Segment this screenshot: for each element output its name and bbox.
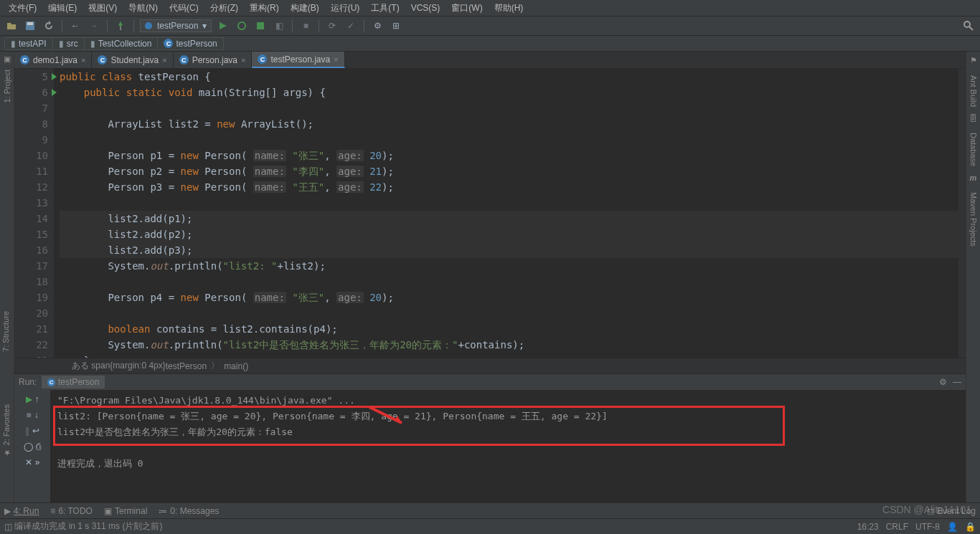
inspector-icon[interactable]: 👤	[947, 522, 958, 532]
menu-edit[interactable]: 编辑(E)	[42, 1, 83, 16]
project-tool-icon[interactable]: ▣	[4, 54, 11, 64]
svg-point-4	[238, 22, 245, 29]
build-icon[interactable]	[113, 19, 128, 33]
tab-testperson[interactable]: CtestPerson.java×	[252, 52, 344, 68]
coverage-button[interactable]	[253, 19, 268, 33]
breadcrumb: ▮testAPI ▮src ▮TestCollection CtestPerso…	[0, 36, 980, 52]
event-log-button[interactable]: ◻ Event Log	[927, 506, 976, 516]
print-icon[interactable]: ⎙	[36, 442, 41, 452]
profile-button[interactable]: ◧	[272, 19, 286, 33]
run-config-name: testPerson	[157, 21, 198, 31]
database-button[interactable]: Database	[969, 133, 978, 166]
console-line: 进程完成，退出码 0	[57, 456, 958, 472]
settings-icon[interactable]: ⚙	[370, 19, 385, 33]
wrap-icon[interactable]: ↩	[32, 426, 39, 436]
run-controls: ▶↑ ■↓ ‖↩ ◯⎙ ✕»	[14, 390, 50, 502]
lock-icon[interactable]: 🔒	[965, 522, 976, 532]
favorites-tool-button[interactable]: ★ 2: Favorites	[0, 401, 12, 460]
run-config-selector[interactable]: testPerson ▾	[140, 19, 212, 32]
menu-file[interactable]: 文件(F)	[3, 1, 42, 16]
svg-point-6	[964, 22, 970, 27]
gear-icon[interactable]: ⚙	[939, 377, 947, 387]
stop-icon[interactable]: ■	[26, 410, 31, 420]
status-time: 16:23	[857, 522, 879, 532]
window-icon[interactable]: ◫	[4, 522, 12, 532]
menu-refactor[interactable]: 重构(R)	[244, 1, 285, 16]
project-tool-button[interactable]: 1: Project	[3, 70, 11, 102]
menu-help[interactable]: 帮助(H)	[489, 1, 529, 16]
menu-view[interactable]: 视图(V)	[83, 1, 123, 16]
breadcrumb-item[interactable]: ▮src	[52, 37, 85, 50]
structure-tool-button[interactable]: 7: Structure	[0, 308, 11, 355]
forward-icon[interactable]: →	[87, 19, 101, 33]
breadcrumb-item[interactable]: ▮testAPI	[4, 37, 53, 50]
code-area[interactable]: public class testPerson { public static …	[54, 69, 966, 358]
refresh-icon[interactable]	[42, 19, 56, 33]
menu-bar: 文件(F) 编辑(E) 视图(V) 导航(N) 代码(C) 分析(Z) 重构(R…	[0, 0, 980, 16]
folder-icon: ▮	[90, 39, 95, 49]
run-label: Run:	[19, 377, 37, 387]
tab-demo1[interactable]: Cdemo1.java×	[14, 52, 92, 68]
debug-button[interactable]	[235, 19, 249, 33]
bottom-tab-todo[interactable]: ≡ 6: TODO	[50, 506, 93, 516]
structure-icon[interactable]: ⊞	[389, 19, 403, 33]
menu-analyze[interactable]: 分析(Z)	[204, 1, 244, 16]
back-icon[interactable]: ←	[68, 19, 83, 33]
menu-code[interactable]: 代码(C)	[164, 1, 204, 16]
down-icon[interactable]: ↓	[34, 410, 39, 420]
status-bar: ◫ 编译成功完成 in 1 s 311 ms (片刻之前) 16:23 CRLF…	[0, 518, 980, 534]
close-icon[interactable]: ×	[334, 55, 338, 64]
menu-tools[interactable]: 工具(T)	[365, 1, 405, 16]
run-button[interactable]	[216, 19, 230, 33]
console-line: list2: [Person{name = 张三, age = 20}, Per…	[57, 409, 958, 424]
console-output[interactable]: "F:\Program Files\Java\jdk1.8.0_144\bin\…	[50, 390, 966, 502]
close-icon[interactable]: ×	[241, 56, 245, 65]
vcs-commit-icon[interactable]: ✓	[344, 19, 358, 33]
bottom-tab-messages[interactable]: ≔ 0: Messages	[159, 506, 219, 516]
database-icon[interactable]: 🗄	[969, 114, 977, 123]
svg-rect-1	[27, 22, 33, 25]
stop-button[interactable]: ■	[298, 19, 313, 33]
tab-student[interactable]: CStudent.java×	[92, 52, 173, 68]
bottom-tool-bar: ▶ 4: Run ≡ 6: TODO ▣ Terminal ≔ 0: Messa…	[0, 502, 980, 518]
vcs-update-icon[interactable]: ⟳	[325, 19, 339, 33]
toolbar: ← → testPerson ▾ ◧ ■ ⟳ ✓ ⚙ ⊞	[0, 16, 980, 36]
ant-build-button[interactable]: Ant Build	[969, 75, 978, 107]
close-icon[interactable]: ×	[162, 56, 166, 65]
search-icon[interactable]	[961, 19, 976, 33]
code-editor[interactable]: 567891011121314151617181920212223 public…	[14, 69, 966, 358]
bottom-tab-terminal[interactable]: ▣ Terminal	[104, 506, 147, 516]
menu-build[interactable]: 构建(B)	[285, 1, 325, 16]
bottom-tab-run[interactable]: ▶ 4: Run	[4, 506, 39, 516]
ant-icon[interactable]: ⚑	[970, 56, 977, 65]
tab-person[interactable]: CPerson.java×	[174, 52, 253, 68]
error-stripe	[958, 69, 966, 358]
menu-window[interactable]: 窗口(W)	[446, 1, 488, 16]
more-icon[interactable]: »	[35, 457, 40, 467]
breadcrumb-item[interactable]: CtestPerson	[157, 37, 223, 50]
open-icon[interactable]	[4, 19, 19, 33]
close-run-icon[interactable]: ✕	[25, 457, 32, 467]
menu-run[interactable]: 运行(U)	[325, 1, 366, 16]
status-line-sep[interactable]: CRLF	[886, 522, 908, 532]
camera-icon[interactable]: ◯	[24, 442, 33, 452]
menu-vcs[interactable]: VCS(S)	[405, 1, 446, 14]
svg-rect-2	[120, 27, 121, 30]
maven-icon[interactable]: m	[970, 173, 977, 182]
crumb-method[interactable]: main()	[224, 361, 248, 371]
editor-breadcrumb: ある span{margin:0 4px} testPerson 〉 main(…	[14, 358, 966, 373]
close-icon[interactable]: ×	[81, 56, 85, 65]
breadcrumb-item[interactable]: ▮TestCollection	[84, 37, 159, 50]
pause-icon[interactable]: ‖	[25, 426, 29, 436]
console-line: list2中是否包含姓名为张三，年龄为20的元素：false	[57, 424, 958, 440]
run-tab[interactable]: CtestPerson	[42, 376, 105, 388]
up-icon[interactable]: ↑	[35, 394, 39, 404]
crumb-class[interactable]: testPerson	[166, 361, 207, 371]
menu-navigate[interactable]: 导航(N)	[123, 1, 164, 16]
rerun-icon[interactable]: ▶	[26, 394, 32, 404]
minimize-icon[interactable]: —	[953, 377, 961, 387]
save-icon[interactable]	[23, 19, 37, 33]
maven-button[interactable]: Maven Projects	[969, 192, 978, 247]
status-encoding[interactable]: UTF-8	[915, 522, 940, 532]
class-icon: C	[47, 378, 55, 386]
